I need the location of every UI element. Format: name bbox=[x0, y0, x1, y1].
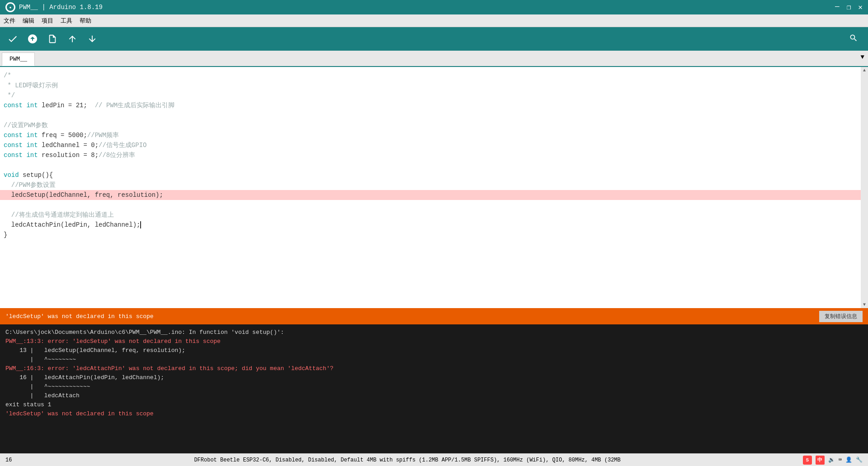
menu-project[interactable]: 项目 bbox=[42, 17, 53, 25]
new-button[interactable] bbox=[43, 30, 61, 48]
status-user-icon[interactable]: 👤 bbox=[845, 456, 852, 463]
tab-dropdown[interactable]: ▼ bbox=[861, 53, 864, 61]
code-line-13: ledcSetup(ledChannel, freq, resolution); bbox=[0, 190, 868, 200]
code-line-16: ledcAttachPin(ledPin, ledChannel);​ bbox=[0, 220, 868, 230]
menu-tools[interactable]: 工具 bbox=[61, 17, 72, 25]
statusbar-board: DFRobot Beetle ESP32-C6, Disabled, Disab… bbox=[194, 457, 620, 463]
save-button[interactable] bbox=[83, 30, 101, 48]
maximize-button[interactable]: ❐ bbox=[847, 3, 851, 12]
editor-scrollbar: ▲ ▼ bbox=[861, 67, 868, 308]
titlebar-controls[interactable]: — ❐ ✕ bbox=[835, 3, 863, 12]
app-logo: ● bbox=[5, 2, 15, 12]
code-line-7: const int freq = 5000;//PWM频率 bbox=[0, 130, 868, 140]
console-line-2: PWM__:13:3: error: 'ledcSetup' was not d… bbox=[5, 337, 863, 346]
menu-edit[interactable]: 编辑 bbox=[23, 17, 34, 25]
console-line-7: | ^~~~~~~~~~~~~ bbox=[5, 382, 863, 391]
code-line-1: /* bbox=[0, 71, 868, 81]
scroll-down-arrow[interactable]: ▼ bbox=[862, 301, 867, 308]
code-line-8: const int ledChannel = 0;//信号生成GPIO bbox=[0, 140, 868, 150]
console-line-5: PWM__:16:3: error: 'ledcAttachPin' was n… bbox=[5, 364, 863, 373]
close-button[interactable]: ✕ bbox=[858, 3, 863, 12]
titlebar-left: ● PWM__ | Arduino 1.8.19 bbox=[5, 2, 103, 12]
code-line-6: //设置PWM参数 bbox=[0, 120, 868, 130]
error-bar: 'ledcSetup' was not declared in this sco… bbox=[0, 308, 868, 324]
search-button[interactable] bbox=[846, 32, 861, 46]
code-line-2: * LED呼吸灯示例 bbox=[0, 81, 868, 90]
console-line-4: | ^~~~~~~~~ bbox=[5, 355, 863, 364]
console-line-1: C:\Users\jock\Documents\Arduino\c6\PWM__… bbox=[5, 328, 863, 337]
upload-button[interactable] bbox=[24, 30, 42, 48]
code-line-4: const int ledPin = 21; // PWM生成后实际输出引脚 bbox=[0, 100, 868, 110]
titlebar-title: PWM__ | Arduino 1.8.19 bbox=[19, 4, 103, 11]
statusbar-line: 16 bbox=[5, 457, 12, 463]
verify-button[interactable] bbox=[4, 30, 22, 48]
menu-help[interactable]: 帮助 bbox=[80, 17, 91, 25]
statusbar: 16 DFRobot Beetle ESP32-C6, Disabled, Di… bbox=[0, 453, 868, 466]
tabbar: PWM__ ▼ bbox=[0, 51, 868, 67]
code-line-15: //将生成信号通道绑定到输出通道上 bbox=[0, 210, 868, 220]
console-line-3: 13 | ledcSetup(ledChannel, freq, resolut… bbox=[5, 346, 863, 355]
menu-file[interactable]: 文件 bbox=[4, 17, 15, 25]
console-line-10: 'ledcSetup' was not declared in this sco… bbox=[5, 409, 863, 418]
code-line-17: } bbox=[0, 230, 868, 240]
code-editor[interactable]: /* * LED呼吸灯示例 */ const int ledPin = 21; … bbox=[0, 67, 868, 308]
code-line-12: //PWM参数设置 bbox=[0, 180, 868, 190]
console-line-6: 16 | ledcAttachPin(ledPin, ledChannel); bbox=[5, 373, 863, 382]
editor-wrapper: /* * LED呼吸灯示例 */ const int ledPin = 21; … bbox=[0, 67, 868, 308]
console-line-8: | ledcAttach bbox=[5, 391, 863, 400]
code-line-5 bbox=[0, 110, 868, 120]
code-line-14 bbox=[0, 200, 868, 210]
code-line-10 bbox=[0, 160, 868, 170]
code-line-9: const int resolution = 8;//8位分辨率 bbox=[0, 150, 868, 160]
code-line-11: void setup(){ bbox=[0, 170, 868, 180]
status-sound-icon[interactable]: 🔉 bbox=[828, 456, 835, 463]
error-message: 'ledcSetup' was not declared in this sco… bbox=[5, 313, 154, 320]
open-button[interactable] bbox=[63, 30, 81, 48]
console-output[interactable]: C:\Users\jock\Documents\Arduino\c6\PWM__… bbox=[0, 324, 868, 453]
titlebar: ● PWM__ | Arduino 1.8.19 — ❐ ✕ bbox=[0, 0, 868, 14]
menubar: 文件 编辑 项目 工具 帮助 bbox=[0, 14, 868, 27]
minimize-button[interactable]: — bbox=[835, 3, 840, 12]
status-settings-icon[interactable]: 🔧 bbox=[856, 456, 863, 463]
status-keyboard-icon[interactable]: ⌨ bbox=[839, 456, 842, 463]
tab-pwm[interactable]: PWM__ bbox=[2, 52, 35, 66]
copy-error-button[interactable]: 复制错误信息 bbox=[819, 311, 863, 322]
status-zh-icon[interactable]: 中 bbox=[816, 456, 825, 465]
statusbar-right: S 中 🔉 ⌨ 👤 🔧 bbox=[803, 456, 863, 465]
code-line-3: */ bbox=[0, 90, 868, 100]
toolbar bbox=[0, 27, 868, 51]
console-line-9: exit status 1 bbox=[5, 400, 863, 409]
scroll-up-arrow[interactable]: ▲ bbox=[862, 67, 867, 74]
status-s-icon[interactable]: S bbox=[803, 456, 812, 465]
